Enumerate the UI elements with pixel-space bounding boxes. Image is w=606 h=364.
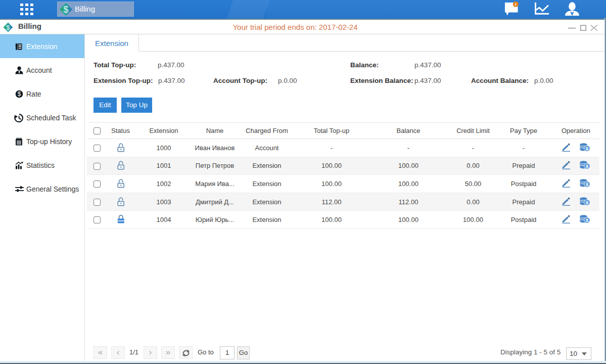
svg-text:$: $ — [586, 218, 588, 223]
svg-text:$: $ — [586, 182, 588, 187]
svg-text:$: $ — [586, 146, 588, 151]
svg-text:$: $ — [586, 200, 588, 205]
svg-text:$: $ — [586, 164, 588, 169]
svg-text:$: $ — [64, 4, 69, 14]
svg-text:!: ! — [515, 2, 517, 7]
svg-text:$: $ — [18, 90, 21, 98]
